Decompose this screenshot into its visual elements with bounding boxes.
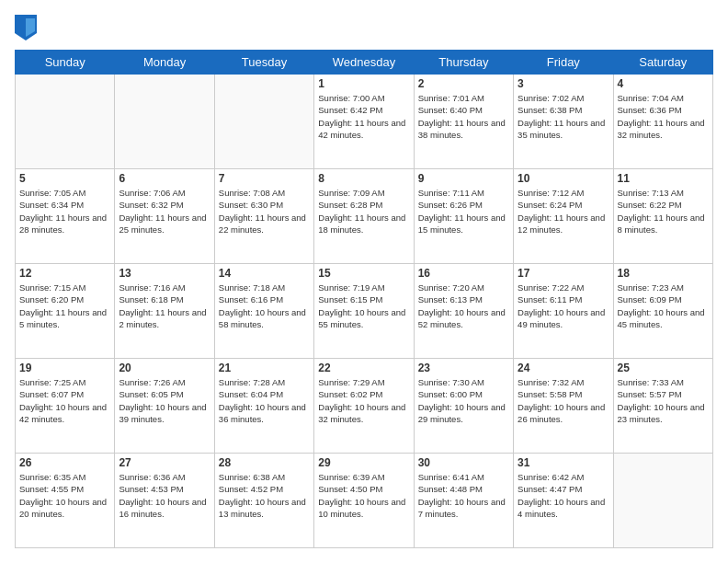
day-info-25: Sunrise: 7:33 AM Sunset: 5:57 PM Dayligh… xyxy=(618,376,709,425)
day-cell-22: 22Sunrise: 7:29 AM Sunset: 6:02 PM Dayli… xyxy=(314,359,414,454)
day-info-29: Sunrise: 6:39 AM Sunset: 4:50 PM Dayligh… xyxy=(318,471,409,520)
day-number-21: 21 xyxy=(219,362,310,374)
day-number-30: 30 xyxy=(418,456,509,469)
day-cell-14: 14Sunrise: 7:18 AM Sunset: 6:16 PM Dayli… xyxy=(214,264,313,359)
header xyxy=(15,15,713,40)
day-info-20: Sunrise: 7:26 AM Sunset: 6:05 PM Dayligh… xyxy=(119,376,210,425)
day-cell-27: 27Sunrise: 6:36 AM Sunset: 4:53 PM Dayli… xyxy=(115,454,214,548)
day-number-13: 13 xyxy=(119,267,210,280)
day-number-25: 25 xyxy=(618,362,709,374)
day-cell-1: 1Sunrise: 7:00 AM Sunset: 6:42 PM Daylig… xyxy=(314,75,414,169)
day-cell-2: 2Sunrise: 7:01 AM Sunset: 6:40 PM Daylig… xyxy=(414,75,513,169)
week-row-3: 12Sunrise: 7:15 AM Sunset: 6:20 PM Dayli… xyxy=(16,264,713,359)
weekday-header-monday: Monday xyxy=(115,51,214,75)
weekday-header-saturday: Saturday xyxy=(613,51,712,75)
day-number-27: 27 xyxy=(119,456,210,469)
day-info-24: Sunrise: 7:32 AM Sunset: 5:58 PM Dayligh… xyxy=(518,376,609,425)
day-cell-21: 21Sunrise: 7:28 AM Sunset: 6:04 PM Dayli… xyxy=(214,359,313,454)
day-number-12: 12 xyxy=(19,267,110,280)
day-number-7: 7 xyxy=(219,172,310,185)
empty-cell xyxy=(16,75,115,169)
day-cell-11: 11Sunrise: 7:13 AM Sunset: 6:22 PM Dayli… xyxy=(613,169,712,264)
day-number-28: 28 xyxy=(219,456,310,469)
day-cell-6: 6Sunrise: 7:06 AM Sunset: 6:32 PM Daylig… xyxy=(115,169,214,264)
empty-cell xyxy=(613,454,712,548)
day-cell-16: 16Sunrise: 7:20 AM Sunset: 6:13 PM Dayli… xyxy=(414,264,513,359)
day-number-6: 6 xyxy=(119,172,210,185)
day-cell-12: 12Sunrise: 7:15 AM Sunset: 6:20 PM Dayli… xyxy=(16,264,115,359)
weekday-header-tuesday: Tuesday xyxy=(214,51,313,75)
day-info-10: Sunrise: 7:12 AM Sunset: 6:24 PM Dayligh… xyxy=(518,187,609,236)
day-cell-9: 9Sunrise: 7:11 AM Sunset: 6:26 PM Daylig… xyxy=(414,169,513,264)
day-number-15: 15 xyxy=(318,267,409,280)
empty-cell xyxy=(214,75,313,169)
day-number-31: 31 xyxy=(518,456,609,469)
weekday-header-sunday: Sunday xyxy=(16,51,115,75)
day-cell-24: 24Sunrise: 7:32 AM Sunset: 5:58 PM Dayli… xyxy=(514,359,613,454)
day-info-14: Sunrise: 7:18 AM Sunset: 6:16 PM Dayligh… xyxy=(219,282,310,330)
day-cell-3: 3Sunrise: 7:02 AM Sunset: 6:38 PM Daylig… xyxy=(514,75,613,169)
day-cell-10: 10Sunrise: 7:12 AM Sunset: 6:24 PM Dayli… xyxy=(514,169,613,264)
day-info-4: Sunrise: 7:04 AM Sunset: 6:36 PM Dayligh… xyxy=(618,92,709,141)
day-number-19: 19 xyxy=(19,362,110,374)
day-number-1: 1 xyxy=(318,77,409,90)
week-row-5: 26Sunrise: 6:35 AM Sunset: 4:55 PM Dayli… xyxy=(16,454,713,548)
day-number-9: 9 xyxy=(418,172,509,185)
day-info-15: Sunrise: 7:19 AM Sunset: 6:15 PM Dayligh… xyxy=(318,282,409,330)
day-cell-5: 5Sunrise: 7:05 AM Sunset: 6:34 PM Daylig… xyxy=(16,169,115,264)
day-number-23: 23 xyxy=(418,362,509,374)
day-info-7: Sunrise: 7:08 AM Sunset: 6:30 PM Dayligh… xyxy=(219,187,310,236)
day-cell-26: 26Sunrise: 6:35 AM Sunset: 4:55 PM Dayli… xyxy=(16,454,115,548)
day-info-22: Sunrise: 7:29 AM Sunset: 6:02 PM Dayligh… xyxy=(318,376,409,425)
day-cell-30: 30Sunrise: 6:41 AM Sunset: 4:48 PM Dayli… xyxy=(414,454,513,548)
day-number-24: 24 xyxy=(518,362,609,374)
day-info-13: Sunrise: 7:16 AM Sunset: 6:18 PM Dayligh… xyxy=(119,282,210,330)
day-info-1: Sunrise: 7:00 AM Sunset: 6:42 PM Dayligh… xyxy=(318,92,409,141)
day-number-29: 29 xyxy=(318,456,409,469)
day-cell-18: 18Sunrise: 7:23 AM Sunset: 6:09 PM Dayli… xyxy=(613,264,712,359)
day-number-20: 20 xyxy=(119,362,210,374)
day-cell-23: 23Sunrise: 7:30 AM Sunset: 6:00 PM Dayli… xyxy=(414,359,513,454)
day-info-21: Sunrise: 7:28 AM Sunset: 6:04 PM Dayligh… xyxy=(219,376,310,425)
day-cell-31: 31Sunrise: 6:42 AM Sunset: 4:47 PM Dayli… xyxy=(514,454,613,548)
day-cell-20: 20Sunrise: 7:26 AM Sunset: 6:05 PM Dayli… xyxy=(115,359,214,454)
day-cell-17: 17Sunrise: 7:22 AM Sunset: 6:11 PM Dayli… xyxy=(514,264,613,359)
day-number-14: 14 xyxy=(219,267,310,280)
day-info-18: Sunrise: 7:23 AM Sunset: 6:09 PM Dayligh… xyxy=(618,282,709,330)
day-cell-15: 15Sunrise: 7:19 AM Sunset: 6:15 PM Dayli… xyxy=(314,264,414,359)
day-info-2: Sunrise: 7:01 AM Sunset: 6:40 PM Dayligh… xyxy=(418,92,509,141)
week-row-2: 5Sunrise: 7:05 AM Sunset: 6:34 PM Daylig… xyxy=(16,169,713,264)
weekday-header-friday: Friday xyxy=(514,51,613,75)
day-cell-13: 13Sunrise: 7:16 AM Sunset: 6:18 PM Dayli… xyxy=(115,264,214,359)
empty-cell xyxy=(115,75,214,169)
day-number-22: 22 xyxy=(318,362,409,374)
week-row-4: 19Sunrise: 7:25 AM Sunset: 6:07 PM Dayli… xyxy=(16,359,713,454)
week-row-1: 1Sunrise: 7:00 AM Sunset: 6:42 PM Daylig… xyxy=(16,75,713,169)
day-info-6: Sunrise: 7:06 AM Sunset: 6:32 PM Dayligh… xyxy=(119,187,210,236)
day-info-16: Sunrise: 7:20 AM Sunset: 6:13 PM Dayligh… xyxy=(418,282,509,330)
day-info-30: Sunrise: 6:41 AM Sunset: 4:48 PM Dayligh… xyxy=(418,471,509,520)
day-cell-7: 7Sunrise: 7:08 AM Sunset: 6:30 PM Daylig… xyxy=(214,169,313,264)
day-number-11: 11 xyxy=(618,172,709,185)
day-info-23: Sunrise: 7:30 AM Sunset: 6:00 PM Dayligh… xyxy=(418,376,509,425)
day-cell-28: 28Sunrise: 6:38 AM Sunset: 4:52 PM Dayli… xyxy=(214,454,313,548)
day-info-9: Sunrise: 7:11 AM Sunset: 6:26 PM Dayligh… xyxy=(418,187,509,236)
day-number-8: 8 xyxy=(318,172,409,185)
day-info-12: Sunrise: 7:15 AM Sunset: 6:20 PM Dayligh… xyxy=(19,282,110,330)
day-info-27: Sunrise: 6:36 AM Sunset: 4:53 PM Dayligh… xyxy=(119,471,210,520)
day-cell-25: 25Sunrise: 7:33 AM Sunset: 5:57 PM Dayli… xyxy=(613,359,712,454)
day-number-18: 18 xyxy=(618,267,709,280)
day-info-19: Sunrise: 7:25 AM Sunset: 6:07 PM Dayligh… xyxy=(19,376,110,425)
day-cell-19: 19Sunrise: 7:25 AM Sunset: 6:07 PM Dayli… xyxy=(16,359,115,454)
logo-icon xyxy=(15,15,37,40)
day-cell-4: 4Sunrise: 7:04 AM Sunset: 6:36 PM Daylig… xyxy=(613,75,712,169)
weekday-header-thursday: Thursday xyxy=(414,51,513,75)
day-info-3: Sunrise: 7:02 AM Sunset: 6:38 PM Dayligh… xyxy=(518,92,609,141)
day-number-5: 5 xyxy=(19,172,110,185)
day-info-31: Sunrise: 6:42 AM Sunset: 4:47 PM Dayligh… xyxy=(518,471,609,520)
calendar-table: SundayMondayTuesdayWednesdayThursdayFrid… xyxy=(15,50,713,548)
page: SundayMondayTuesdayWednesdayThursdayFrid… xyxy=(0,0,728,563)
day-number-10: 10 xyxy=(518,172,609,185)
day-number-4: 4 xyxy=(618,77,709,90)
day-number-2: 2 xyxy=(418,77,509,90)
